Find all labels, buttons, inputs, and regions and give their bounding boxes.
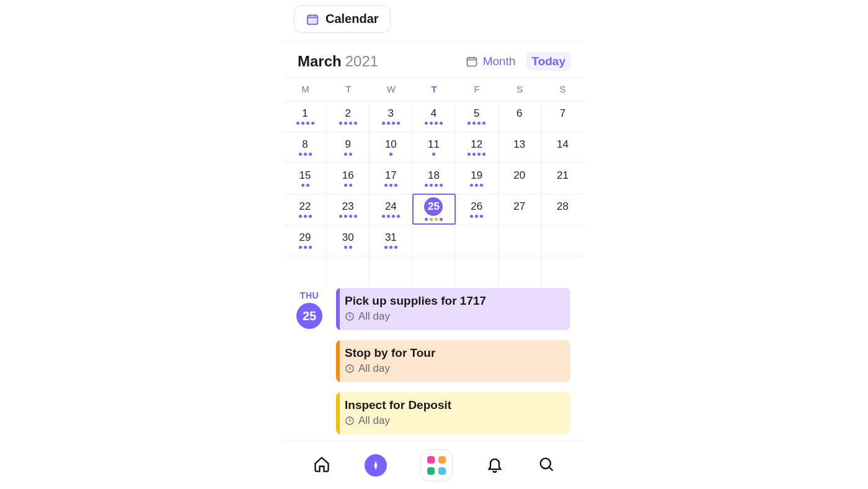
day-number: 12	[471, 138, 482, 151]
day-number: 21	[557, 169, 569, 182]
event-day-of-week: THU	[294, 290, 325, 300]
event-dots	[344, 246, 352, 249]
day-number: 14	[557, 138, 569, 151]
event-dots	[382, 122, 400, 125]
day-cell-4[interactable]: 4	[412, 101, 455, 132]
nav-apps[interactable]	[420, 449, 453, 482]
clock-icon	[345, 416, 355, 426]
day-cell-12[interactable]: 12	[456, 132, 498, 163]
event-card[interactable]: Pick up supplies for 1717 All day	[336, 288, 570, 330]
event-time-label: All day	[358, 362, 390, 375]
day-cell-empty	[541, 256, 584, 287]
day-cell-3[interactable]: 3	[370, 101, 412, 132]
month-year: 2021	[345, 53, 378, 70]
day-cell-14[interactable]: 14	[541, 132, 584, 163]
day-cell-26[interactable]: 26	[456, 194, 498, 225]
month-header: March2021 Month Today	[284, 42, 584, 77]
day-cell-15[interactable]: 15	[284, 163, 327, 194]
event-dots	[470, 215, 483, 218]
nav-search[interactable]	[538, 455, 555, 475]
day-cell-16[interactable]: 16	[327, 163, 370, 194]
day-cell-31[interactable]: 31	[370, 225, 412, 256]
day-number: 31	[385, 231, 397, 244]
event-dots	[389, 153, 392, 156]
calendar-tab-button[interactable]: Calendar	[294, 5, 391, 33]
day-number: 29	[299, 231, 311, 244]
event-time-row: All day	[345, 362, 562, 375]
day-cell-24[interactable]: 24	[370, 194, 412, 225]
calendar-icon	[306, 12, 319, 26]
day-cell-empty	[327, 256, 370, 287]
event-title: Pick up supplies for 1717	[345, 294, 562, 308]
event-dots	[339, 122, 357, 125]
event-dots	[299, 153, 312, 156]
day-cell-empty	[456, 225, 498, 256]
day-cell-22[interactable]: 22	[284, 194, 327, 225]
event-dots	[384, 184, 397, 187]
nav-explore[interactable]	[365, 454, 387, 477]
weekday-cell: F	[456, 78, 498, 101]
day-cell-18[interactable]: 18	[412, 163, 455, 194]
day-number: 22	[299, 200, 311, 213]
event-title: Stop by for Tour	[345, 346, 562, 360]
today-button[interactable]: Today	[526, 52, 570, 71]
day-number: 19	[471, 169, 482, 182]
event-title: Inspect for Deposit	[345, 398, 562, 412]
day-number: 24	[385, 200, 397, 213]
event-dots	[344, 184, 352, 187]
day-number: 2	[345, 107, 350, 120]
day-cell-21[interactable]: 21	[541, 163, 584, 194]
day-number: 10	[385, 138, 397, 151]
day-cell-2[interactable]: 2	[327, 101, 370, 132]
day-cell-28[interactable]: 28	[541, 194, 584, 225]
day-number: 26	[471, 200, 482, 213]
calendar-tab-label: Calendar	[326, 12, 379, 26]
event-dots	[384, 246, 397, 249]
event-time-label: All day	[358, 310, 390, 323]
day-cell-29[interactable]: 29	[284, 225, 327, 256]
day-cell-17[interactable]: 17	[370, 163, 412, 194]
event-dots	[301, 184, 309, 187]
view-switch-label: Month	[483, 55, 516, 68]
day-number: 15	[299, 169, 311, 182]
event-color-bar	[336, 288, 340, 330]
clock-icon	[345, 312, 355, 321]
nav-alerts[interactable]	[486, 455, 503, 475]
day-cell-empty	[541, 225, 584, 256]
day-cell-19[interactable]: 19	[456, 163, 498, 194]
day-cell-10[interactable]: 10	[370, 132, 412, 163]
event-dots	[339, 215, 357, 218]
day-number: 17	[385, 169, 397, 182]
day-number: 1	[302, 107, 308, 120]
view-switch-button[interactable]: Month	[466, 55, 516, 68]
day-number: 7	[560, 107, 565, 120]
day-cell-11[interactable]: 11	[412, 132, 455, 163]
event-dots	[467, 153, 485, 156]
day-cell-13[interactable]: 13	[498, 132, 541, 163]
day-cell-25[interactable]: 25	[412, 194, 455, 225]
day-number: 18	[428, 169, 440, 182]
event-card[interactable]: Inspect for Deposit All day	[336, 392, 570, 434]
event-time-label: All day	[358, 415, 390, 427]
event-card[interactable]: Stop by for Tour All day	[336, 340, 570, 382]
day-cell-5[interactable]: 5	[456, 101, 498, 132]
events-section: THU 25 Pick up supplies for 1717 All day…	[284, 287, 584, 434]
day-cell-9[interactable]: 9	[327, 132, 370, 163]
apps-dot-green-icon	[427, 467, 435, 475]
event-color-bar	[336, 392, 340, 434]
day-cell-8[interactable]: 8	[284, 132, 327, 163]
day-cell-23[interactable]: 23	[327, 194, 370, 225]
day-cell-7[interactable]: 7	[541, 101, 584, 132]
nav-home[interactable]	[313, 455, 330, 475]
day-cell-30[interactable]: 30	[327, 225, 370, 256]
event-dots	[432, 153, 435, 156]
day-cell-6[interactable]: 6	[498, 101, 541, 132]
day-cell-empty	[498, 256, 541, 287]
day-cell-1[interactable]: 1	[284, 101, 327, 132]
day-number: 9	[345, 138, 350, 151]
day-cell-empty	[370, 256, 412, 287]
day-cell-27[interactable]: 27	[498, 194, 541, 225]
event-dots	[299, 246, 312, 249]
day-number: 13	[513, 138, 525, 151]
day-cell-20[interactable]: 20	[498, 163, 541, 194]
